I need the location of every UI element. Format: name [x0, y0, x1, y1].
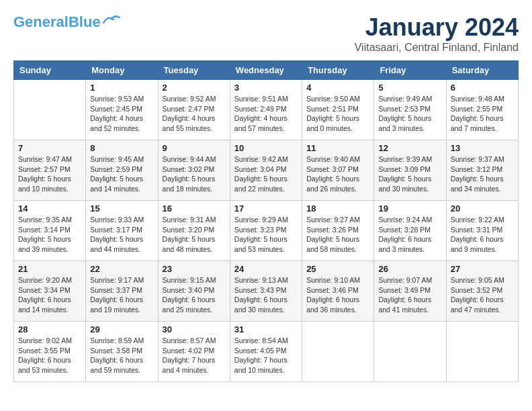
- day-of-week-header: Saturday: [446, 61, 518, 80]
- day-number: 28: [18, 324, 81, 334]
- calendar-cell: 3Sunrise: 9:51 AMSunset: 2:49 PMDaylight…: [230, 80, 302, 140]
- calendar-cell: 20Sunrise: 9:22 AMSunset: 3:31 PMDayligh…: [446, 201, 518, 261]
- page-title: January 2024: [355, 13, 519, 42]
- calendar-cell: 1Sunrise: 9:53 AMSunset: 2:45 PMDaylight…: [86, 80, 158, 140]
- day-number: 24: [234, 264, 298, 274]
- calendar-cell: 12Sunrise: 9:39 AMSunset: 3:09 PMDayligh…: [374, 140, 446, 201]
- day-info: Sunrise: 9:17 AMSunset: 3:37 PMDaylight:…: [90, 275, 153, 315]
- day-number: 19: [378, 203, 441, 214]
- day-of-week-header: Thursday: [302, 61, 374, 80]
- calendar-cell: 6Sunrise: 9:48 AMSunset: 2:55 PMDaylight…: [446, 80, 518, 140]
- day-number: 12: [378, 143, 441, 153]
- day-info: Sunrise: 9:31 AMSunset: 3:20 PMDaylight:…: [163, 215, 226, 255]
- day-info: Sunrise: 9:49 AMSunset: 2:53 PMDaylight:…: [378, 94, 441, 134]
- calendar-header-row: SundayMondayTuesdayWednesdayThursdayFrid…: [14, 61, 519, 80]
- logo-blue: Blue: [69, 13, 101, 30]
- day-info: Sunrise: 9:47 AMSunset: 2:57 PMDaylight:…: [18, 154, 81, 194]
- day-number: 21: [18, 264, 81, 274]
- day-number: 18: [306, 203, 369, 214]
- day-info: Sunrise: 9:37 AMSunset: 3:12 PMDaylight:…: [451, 154, 514, 194]
- day-info: Sunrise: 9:42 AMSunset: 3:04 PMDaylight:…: [234, 154, 298, 194]
- day-info: Sunrise: 8:57 AMSunset: 4:02 PMDaylight:…: [163, 336, 226, 375]
- day-number: 4: [306, 83, 369, 93]
- day-info: Sunrise: 8:59 AMSunset: 3:58 PMDaylight:…: [90, 336, 153, 375]
- calendar-cell: 4Sunrise: 9:50 AMSunset: 2:51 PMDaylight…: [302, 80, 374, 140]
- calendar-cell: 22Sunrise: 9:17 AMSunset: 3:37 PMDayligh…: [86, 261, 158, 322]
- day-number: 8: [90, 143, 153, 153]
- day-number: 11: [306, 143, 369, 153]
- calendar-cell: 5Sunrise: 9:49 AMSunset: 2:53 PMDaylight…: [374, 80, 446, 140]
- calendar-table: SundayMondayTuesdayWednesdayThursdayFrid…: [13, 60, 519, 382]
- calendar-cell: 17Sunrise: 9:29 AMSunset: 3:23 PMDayligh…: [230, 201, 302, 261]
- calendar-cell: 7Sunrise: 9:47 AMSunset: 2:57 PMDaylight…: [14, 140, 86, 201]
- day-info: Sunrise: 9:53 AMSunset: 2:45 PMDaylight:…: [90, 94, 153, 134]
- day-of-week-header: Monday: [86, 61, 158, 80]
- day-number: 27: [451, 264, 514, 274]
- calendar-cell: 14Sunrise: 9:35 AMSunset: 3:14 PMDayligh…: [14, 201, 86, 261]
- day-number: 9: [163, 143, 226, 153]
- day-info: Sunrise: 9:27 AMSunset: 3:26 PMDaylight:…: [306, 215, 369, 255]
- calendar-cell: 27Sunrise: 9:05 AMSunset: 3:52 PMDayligh…: [446, 261, 518, 322]
- calendar-cell: 26Sunrise: 9:07 AMSunset: 3:49 PMDayligh…: [374, 261, 446, 322]
- calendar-week-row: 7Sunrise: 9:47 AMSunset: 2:57 PMDaylight…: [14, 140, 519, 201]
- day-of-week-header: Tuesday: [158, 61, 230, 80]
- calendar-cell: 19Sunrise: 9:24 AMSunset: 3:28 PMDayligh…: [374, 201, 446, 261]
- day-number: 10: [234, 143, 298, 153]
- day-number: 15: [90, 203, 153, 214]
- logo-general: General: [13, 13, 69, 30]
- day-number: 30: [163, 324, 226, 334]
- page-subtitle: Viitasaari, Central Finland, Finland: [355, 42, 519, 54]
- logo-text: GeneralBlue: [13, 13, 101, 31]
- calendar-cell: [374, 322, 446, 382]
- day-number: 16: [163, 203, 226, 214]
- calendar-cell: 11Sunrise: 9:40 AMSunset: 3:07 PMDayligh…: [302, 140, 374, 201]
- day-number: 25: [306, 264, 369, 274]
- day-info: Sunrise: 9:45 AMSunset: 2:59 PMDaylight:…: [90, 154, 153, 194]
- day-info: Sunrise: 9:48 AMSunset: 2:55 PMDaylight:…: [451, 94, 514, 134]
- calendar-cell: [302, 322, 374, 382]
- day-number: 7: [18, 143, 81, 153]
- day-info: Sunrise: 9:02 AMSunset: 3:55 PMDaylight:…: [18, 336, 81, 375]
- day-info: Sunrise: 9:10 AMSunset: 3:46 PMDaylight:…: [306, 275, 369, 315]
- calendar-cell: 28Sunrise: 9:02 AMSunset: 3:55 PMDayligh…: [14, 322, 86, 382]
- day-number: 14: [18, 203, 81, 214]
- day-number: 17: [234, 203, 298, 214]
- day-number: 26: [378, 264, 441, 274]
- calendar-cell: 2Sunrise: 9:52 AMSunset: 2:47 PMDaylight…: [158, 80, 230, 140]
- title-block: January 2024 Viitasaari, Central Finland…: [355, 13, 519, 54]
- day-number: 2: [163, 83, 226, 93]
- calendar-week-row: 1Sunrise: 9:53 AMSunset: 2:45 PMDaylight…: [14, 80, 519, 140]
- day-number: 31: [234, 324, 298, 334]
- calendar-cell: [446, 322, 518, 382]
- day-number: 29: [90, 324, 153, 334]
- day-of-week-header: Sunday: [14, 61, 86, 80]
- day-number: 5: [378, 83, 441, 93]
- day-info: Sunrise: 9:20 AMSunset: 3:34 PMDaylight:…: [18, 275, 81, 315]
- day-number: 20: [451, 203, 514, 214]
- calendar-cell: 13Sunrise: 9:37 AMSunset: 3:12 PMDayligh…: [446, 140, 518, 201]
- calendar-cell: 8Sunrise: 9:45 AMSunset: 2:59 PMDaylight…: [86, 140, 158, 201]
- page-header: GeneralBlue January 2024 Viitasaari, Cen…: [13, 13, 519, 54]
- day-of-week-header: Wednesday: [230, 61, 302, 80]
- day-info: Sunrise: 9:05 AMSunset: 3:52 PMDaylight:…: [451, 275, 514, 315]
- calendar-cell: [14, 80, 86, 140]
- calendar-week-row: 21Sunrise: 9:20 AMSunset: 3:34 PMDayligh…: [14, 261, 519, 322]
- day-info: Sunrise: 9:51 AMSunset: 2:49 PMDaylight:…: [234, 94, 298, 134]
- day-info: Sunrise: 8:54 AMSunset: 4:05 PMDaylight:…: [234, 336, 298, 375]
- day-info: Sunrise: 9:24 AMSunset: 3:28 PMDaylight:…: [378, 215, 441, 255]
- calendar-cell: 16Sunrise: 9:31 AMSunset: 3:20 PMDayligh…: [158, 201, 230, 261]
- day-info: Sunrise: 9:39 AMSunset: 3:09 PMDaylight:…: [378, 154, 441, 194]
- day-info: Sunrise: 9:35 AMSunset: 3:14 PMDaylight:…: [18, 215, 81, 255]
- logo-bird-icon: [102, 13, 121, 26]
- day-number: 1: [90, 83, 153, 93]
- day-info: Sunrise: 9:15 AMSunset: 3:40 PMDaylight:…: [163, 275, 226, 315]
- calendar-cell: 30Sunrise: 8:57 AMSunset: 4:02 PMDayligh…: [158, 322, 230, 382]
- day-info: Sunrise: 9:44 AMSunset: 3:02 PMDaylight:…: [163, 154, 226, 194]
- day-info: Sunrise: 9:50 AMSunset: 2:51 PMDaylight:…: [306, 94, 369, 134]
- logo: GeneralBlue: [13, 13, 121, 31]
- calendar-week-row: 14Sunrise: 9:35 AMSunset: 3:14 PMDayligh…: [14, 201, 519, 261]
- day-number: 6: [451, 83, 514, 93]
- calendar-cell: 18Sunrise: 9:27 AMSunset: 3:26 PMDayligh…: [302, 201, 374, 261]
- day-of-week-header: Friday: [374, 61, 446, 80]
- day-info: Sunrise: 9:52 AMSunset: 2:47 PMDaylight:…: [163, 94, 226, 134]
